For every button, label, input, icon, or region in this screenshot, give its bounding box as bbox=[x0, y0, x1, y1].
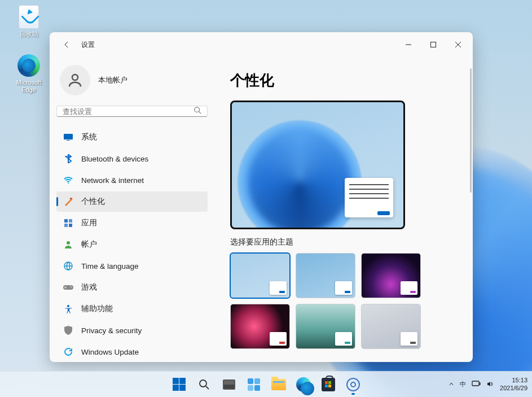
settings-app[interactable] bbox=[342, 373, 364, 396]
svg-point-16 bbox=[67, 305, 69, 307]
theme-thumb-flow-red[interactable] bbox=[230, 304, 290, 349]
sidebar-item-label: 辅助功能 bbox=[81, 304, 113, 314]
theme-thumb-bloom-light[interactable] bbox=[230, 253, 290, 298]
theme-section-label: 选择要应用的主题 bbox=[230, 237, 461, 247]
theme-thumb-captured-teal[interactable] bbox=[296, 304, 355, 349]
theme-mini-window bbox=[335, 281, 352, 295]
edge-icon bbox=[17, 54, 40, 77]
sidebar-item-apps[interactable]: 应用 bbox=[56, 213, 208, 233]
sidebar-item-gaming[interactable]: 游戏 bbox=[56, 277, 208, 298]
bluetooth-icon bbox=[63, 154, 73, 164]
sidebar-item-bluetooth[interactable]: Bluetooth & devices bbox=[56, 149, 208, 169]
task-view[interactable] bbox=[218, 373, 240, 396]
svg-point-1 bbox=[72, 75, 78, 80]
taskbar-right: 中 15:13 2021/6/29 bbox=[449, 377, 527, 392]
microsoft-store[interactable] bbox=[317, 373, 340, 396]
wifi-icon bbox=[63, 175, 73, 185]
taskbar-search[interactable] bbox=[193, 373, 216, 396]
back-button[interactable] bbox=[59, 37, 74, 53]
sidebar-item-update[interactable]: Windows Update bbox=[56, 342, 208, 362]
desktop-icon-recycle-bin[interactable]: 回收站 bbox=[9, 6, 49, 38]
sidebar-item-label: Network & internet bbox=[81, 176, 144, 185]
account-name: 本地帐户 bbox=[98, 75, 127, 85]
svg-rect-4 bbox=[67, 140, 70, 141]
volume-icon[interactable] bbox=[486, 380, 494, 389]
sidebar-item-privacy[interactable]: Privacy & security bbox=[56, 320, 208, 341]
folder-icon bbox=[271, 379, 286, 390]
desktop-icon-label: 回收站 bbox=[20, 30, 38, 38]
theme-mini-window bbox=[335, 332, 352, 346]
search-input[interactable] bbox=[63, 107, 194, 116]
sidebar-item-accounts[interactable]: 帐户 bbox=[56, 234, 208, 255]
search-box[interactable] bbox=[56, 106, 208, 117]
svg-point-17 bbox=[200, 380, 206, 387]
nav-list: 系统Bluetooth & devicesNetwork & internet个… bbox=[56, 127, 208, 362]
svg-rect-8 bbox=[69, 219, 72, 223]
maximize-button[interactable] bbox=[421, 36, 446, 53]
sidebar-item-accessibility[interactable]: 辅助功能 bbox=[56, 299, 208, 319]
sidebar-item-time[interactable]: Time & language bbox=[56, 256, 208, 276]
avatar-icon bbox=[60, 65, 90, 95]
svg-point-11 bbox=[67, 241, 70, 245]
paint-icon bbox=[63, 197, 73, 207]
svg-rect-9 bbox=[64, 224, 68, 227]
svg-rect-6 bbox=[69, 197, 73, 200]
start-icon bbox=[173, 378, 186, 391]
ime-indicator[interactable]: 中 bbox=[460, 380, 466, 389]
microsoft-edge[interactable] bbox=[292, 373, 315, 396]
theme-grid bbox=[230, 253, 461, 349]
network-icon[interactable] bbox=[472, 380, 481, 389]
svg-rect-18 bbox=[472, 381, 479, 386]
update-icon bbox=[63, 347, 73, 357]
system-tray[interactable]: 中 bbox=[449, 380, 494, 389]
scrollbar[interactable] bbox=[470, 68, 472, 193]
globe-icon bbox=[63, 261, 73, 271]
search-icon bbox=[199, 379, 210, 390]
account-block[interactable]: 本地帐户 bbox=[56, 62, 208, 106]
gear-icon bbox=[346, 378, 360, 391]
preview-sample-window bbox=[345, 178, 393, 217]
theme-mini-window bbox=[401, 332, 417, 346]
sidebar-item-network[interactable]: Network & internet bbox=[56, 170, 208, 190]
sidebar-item-system[interactable]: 系统 bbox=[56, 127, 208, 147]
theme-thumb-glow-purple[interactable] bbox=[361, 253, 421, 298]
sidebar: 本地帐户 系统Bluetooth & devicesNetwork & inte… bbox=[50, 57, 213, 362]
svg-point-2 bbox=[195, 107, 200, 112]
svg-point-15 bbox=[71, 287, 72, 288]
desktop-icon-edge[interactable]: Microsoft Edge bbox=[9, 54, 49, 94]
window-title: 设置 bbox=[81, 40, 95, 50]
sidebar-item-label: Bluetooth & devices bbox=[81, 155, 148, 163]
close-button[interactable] bbox=[446, 36, 471, 53]
svg-point-5 bbox=[68, 182, 69, 184]
titlebar[interactable]: 设置 bbox=[50, 32, 473, 57]
theme-mini-window bbox=[270, 281, 287, 295]
minimize-button[interactable] bbox=[396, 36, 421, 53]
sidebar-item-personalization[interactable]: 个性化 bbox=[56, 191, 208, 212]
svg-rect-7 bbox=[64, 219, 68, 223]
taskbar: 中 15:13 2021/6/29 bbox=[0, 371, 532, 397]
content-area: 个性化 选择要应用的主题 bbox=[213, 57, 473, 362]
theme-thumb-bloom-blue[interactable] bbox=[296, 253, 355, 298]
taskbar-center bbox=[168, 373, 364, 396]
theme-mini-window bbox=[401, 281, 417, 295]
theme-preview-large bbox=[230, 101, 405, 229]
sidebar-item-label: 个性化 bbox=[81, 197, 105, 207]
tray-chevron-icon[interactable] bbox=[449, 381, 454, 388]
file-explorer[interactable] bbox=[267, 373, 290, 396]
svg-rect-0 bbox=[431, 42, 436, 47]
sidebar-item-label: 帐户 bbox=[81, 239, 97, 250]
taskbar-clock[interactable]: 15:13 2021/6/29 bbox=[500, 377, 527, 392]
edge-icon bbox=[296, 377, 311, 392]
game-icon bbox=[63, 282, 73, 293]
sidebar-item-label: 游戏 bbox=[81, 282, 97, 293]
widgets[interactable] bbox=[243, 373, 265, 396]
theme-mini-window bbox=[270, 332, 287, 346]
start-button[interactable] bbox=[168, 373, 191, 396]
svg-point-14 bbox=[70, 286, 71, 287]
theme-thumb-sunrise-gray[interactable] bbox=[361, 304, 421, 349]
clock-time: 15:13 bbox=[500, 377, 527, 385]
accounts-icon bbox=[63, 239, 73, 250]
desktop-icon-label: Microsoft Edge bbox=[9, 79, 49, 94]
taskview-icon bbox=[223, 379, 235, 390]
apps-icon bbox=[63, 218, 73, 228]
